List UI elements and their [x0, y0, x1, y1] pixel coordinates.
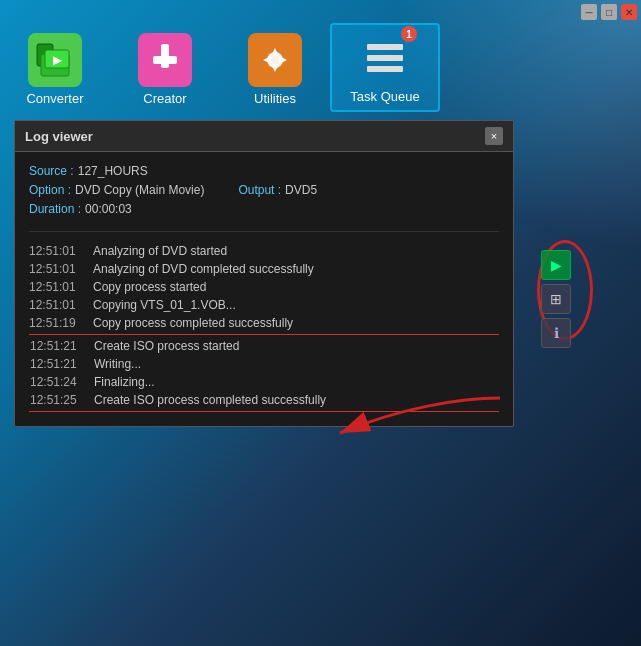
log-entry: 12:51:01Copying VTS_01_1.VOB...: [29, 296, 499, 314]
log-option-value: DVD Copy (Main Movie): [75, 183, 204, 197]
log-entry: 12:51:19Copy process completed successfu…: [29, 314, 499, 332]
log-entry: 12:51:01Analyzing of DVD started: [29, 242, 499, 260]
log-entry-time: 12:51:24: [30, 375, 82, 389]
log-entry-message: Copying VTS_01_1.VOB...: [93, 298, 236, 312]
taskqueue-label: Task Queue: [350, 89, 419, 104]
log-highlight-group: 12:51:21Create ISO process started12:51:…: [29, 334, 499, 412]
grid-button[interactable]: ⊞: [541, 284, 571, 314]
info-button[interactable]: ℹ: [541, 318, 571, 348]
log-viewer-close-button[interactable]: ×: [485, 127, 503, 145]
minimize-button[interactable]: ─: [581, 4, 597, 20]
toolbar-item-converter[interactable]: ▶ Converter: [0, 27, 110, 112]
taskqueue-icon: 1: [358, 31, 412, 85]
log-entries: 12:51:01Analyzing of DVD started12:51:01…: [29, 242, 499, 414]
toolbar-item-utilities[interactable]: Utilities: [220, 27, 330, 112]
log-entry-message: Finalizing...: [94, 375, 155, 389]
converter-icon: ▶: [28, 33, 82, 87]
log-entry: 12:51:25Create ISO process completed suc…: [30, 391, 498, 409]
toolbar-item-creator[interactable]: Creator: [110, 27, 220, 112]
log-duration-label: Duration :: [29, 202, 81, 216]
utilities-label: Utilities: [254, 91, 296, 106]
window-controls: ─ □ ✕: [581, 4, 637, 20]
log-entry-time: 12:51:19: [29, 316, 81, 330]
log-entry-time: 12:51:01: [29, 298, 81, 312]
log-entry-message: Create ISO process completed successfull…: [94, 393, 326, 407]
log-entry-time: 12:51:01: [29, 262, 81, 276]
toolbar-item-taskqueue[interactable]: 1 Task Queue: [330, 23, 440, 112]
taskqueue-badge: 1: [401, 26, 417, 42]
log-entry-message: Copy process completed successfully: [93, 316, 293, 330]
log-viewer-header: Log viewer ×: [15, 121, 513, 152]
log-viewer-body: Source : 127_HOURS Option : DVD Copy (Ma…: [15, 152, 513, 426]
log-entry-time: 12:51:01: [29, 280, 81, 294]
log-duration-row: Duration : 00:00:03: [29, 202, 499, 216]
log-entry-message: Writing...: [94, 357, 141, 371]
log-entry: 12:51:21Writing...: [30, 355, 498, 373]
play-button[interactable]: ▶: [541, 250, 571, 280]
log-output-value: DVD5: [285, 183, 317, 197]
utilities-icon: [248, 33, 302, 87]
svg-rect-15: [367, 66, 403, 72]
log-entry: 12:51:01Analyzing of DVD completed succe…: [29, 260, 499, 278]
log-entry-message: Create ISO process started: [94, 339, 239, 353]
log-viewer-dialog: Log viewer × Source : 127_HOURS Option :…: [14, 120, 514, 427]
log-entry: 12:51:24Finalizing...: [30, 373, 498, 391]
log-entry-time: 12:51:21: [30, 357, 82, 371]
maximize-button[interactable]: □: [601, 4, 617, 20]
log-entry: 12:51:21Create ISO process started: [30, 337, 498, 355]
log-info-section: Source : 127_HOURS Option : DVD Copy (Ma…: [29, 164, 499, 232]
log-source-row: Source : 127_HOURS: [29, 164, 499, 178]
log-entry-time: 12:51:01: [29, 244, 81, 258]
log-viewer-title: Log viewer: [25, 129, 93, 144]
svg-rect-14: [367, 55, 403, 61]
creator-label: Creator: [143, 91, 186, 106]
svg-text:▶: ▶: [53, 53, 63, 67]
log-option-row: Option : DVD Copy (Main Movie) Output : …: [29, 183, 499, 197]
log-entry-time: 12:51:25: [30, 393, 82, 407]
log-source-label: Source :: [29, 164, 74, 178]
log-option-label: Option :: [29, 183, 71, 197]
svg-rect-6: [153, 56, 177, 64]
log-entry-message: Analyzing of DVD completed successfully: [93, 262, 314, 276]
log-duration-value: 00:00:03: [85, 202, 132, 216]
log-entry-message: Analyzing of DVD started: [93, 244, 227, 258]
log-output-label: Output :: [238, 183, 281, 197]
close-button[interactable]: ✕: [621, 4, 637, 20]
toolbar: ▶ Converter Creator Utiliti: [0, 0, 641, 120]
log-entry-time: 12:51:21: [30, 339, 82, 353]
converter-label: Converter: [26, 91, 83, 106]
log-source-value: 127_HOURS: [78, 164, 148, 178]
creator-icon: [138, 33, 192, 87]
svg-rect-13: [367, 44, 403, 50]
log-entry-message: Copy process started: [93, 280, 206, 294]
log-entry: 12:51:01Copy process started: [29, 278, 499, 296]
right-panel: ▶ ⊞ ℹ: [541, 250, 571, 348]
